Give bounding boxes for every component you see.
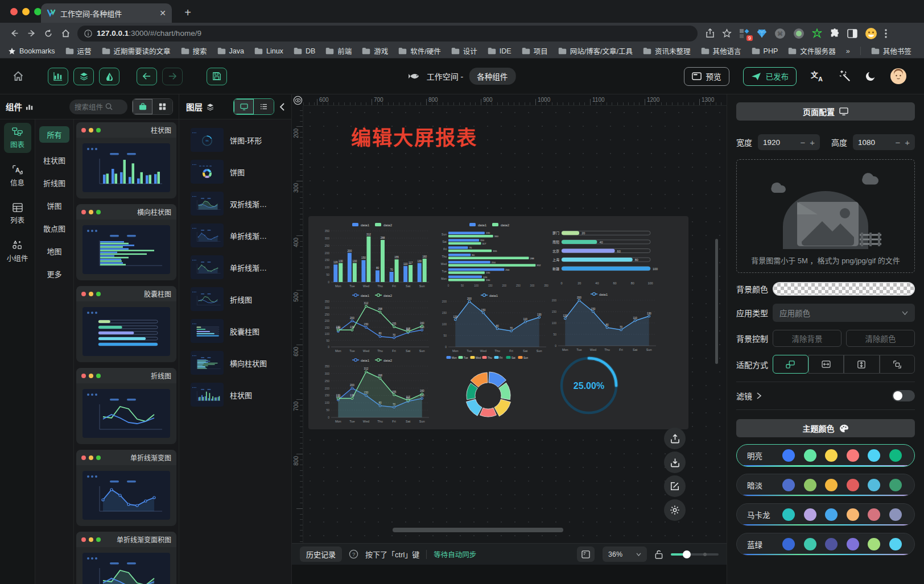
- language-toggle-icon[interactable]: 文A: [810, 70, 825, 82]
- width-stepper[interactable]: 1920 −+: [758, 134, 820, 150]
- address-bar[interactable]: 127.0.0.1:3000/#/chart/home/9: [77, 26, 698, 42]
- undo-button[interactable]: [137, 68, 157, 85]
- publish-button[interactable]: 已发布: [743, 67, 797, 86]
- bookmark-item[interactable]: Java: [217, 45, 244, 56]
- theme-row-明亮[interactable]: 明亮: [736, 444, 915, 467]
- green-dot-extension-icon[interactable]: [793, 28, 805, 39]
- preview-button[interactable]: 预览: [684, 67, 729, 86]
- dark-mode-moon-icon[interactable]: [865, 71, 876, 82]
- fit-scale-button[interactable]: [773, 355, 808, 374]
- browser-menu-icon[interactable]: [885, 29, 887, 38]
- background-upload-dropzone[interactable]: 背景图需小于 5M ，格式为 png/jpg/gif 的文件: [736, 159, 915, 273]
- zoom-slider[interactable]: [671, 553, 719, 556]
- share-icon[interactable]: [706, 28, 715, 38]
- profile-avatar[interactable]: [865, 27, 877, 40]
- layer-item[interactable]: 折线图: [179, 283, 291, 315]
- user-avatar[interactable]: [890, 68, 907, 85]
- width-decrement-button[interactable]: −: [800, 138, 805, 147]
- bookmark-item[interactable]: 资讯未整理: [643, 45, 691, 56]
- layer-item[interactable]: 柱状图: [179, 379, 291, 411]
- sidebar-item-4[interactable]: 小组件: [4, 237, 31, 267]
- component-card[interactable]: 胶囊柱图: [76, 286, 176, 362]
- bookmark-item[interactable]: 前端: [325, 45, 352, 56]
- window-close-button[interactable]: [10, 8, 18, 15]
- bookmark-item[interactable]: 网站/博客/文章/工具: [558, 45, 633, 56]
- other-bookmarks[interactable]: 其他书签: [871, 45, 911, 56]
- theme-row-暗淡[interactable]: 暗淡: [736, 474, 915, 496]
- width-increment-button[interactable]: +: [810, 138, 815, 147]
- browser-reload-icon[interactable]: [40, 25, 57, 42]
- clear-color-button[interactable]: 清除颜色: [846, 330, 915, 347]
- bookmark-item[interactable]: 游戏: [362, 45, 388, 56]
- height-decrement-button[interactable]: −: [895, 138, 900, 147]
- browser-back-icon[interactable]: [6, 25, 23, 42]
- chart-bar-grouped[interactable]: data1data2050100150200250300350MonTueWed…: [317, 221, 432, 290]
- height-stepper[interactable]: 1080 −+: [853, 134, 915, 150]
- command-extension-icon[interactable]: ⌘: [774, 28, 786, 39]
- theme-color-header[interactable]: 主题颜色: [736, 419, 915, 437]
- background-color-swatch[interactable]: [773, 282, 915, 296]
- component-card[interactable]: 单折线渐变图: [76, 450, 176, 526]
- bookmark-star-icon[interactable]: [722, 28, 732, 38]
- bookmark-item[interactable]: 运营: [65, 45, 92, 56]
- download-fab-button[interactable]: [664, 452, 686, 473]
- bookmark-item[interactable]: 软件/硬件: [398, 45, 440, 56]
- bookmark-item[interactable]: 项目: [522, 45, 548, 56]
- ruler-eye-icon[interactable]: [293, 96, 303, 105]
- category-item[interactable]: 更多: [47, 268, 61, 279]
- bookmark-item[interactable]: 文件服务器: [788, 45, 836, 56]
- chart-progress-ring[interactable]: 25.00%: [541, 346, 637, 423]
- window-minimize-button[interactable]: [22, 8, 30, 15]
- theme-row-蓝绿[interactable]: 蓝绿: [736, 533, 915, 556]
- layer-item[interactable]: 单折线渐…: [179, 251, 291, 283]
- chart-area-dual[interactable]: data1data2050100150200250300350MonTueWed…: [317, 356, 432, 425]
- save-button[interactable]: [207, 68, 227, 85]
- height-increment-button[interactable]: +: [905, 138, 910, 147]
- layers-panel-toggle-button[interactable]: [73, 68, 94, 85]
- chart-pie-donut[interactable]: MonTueWedThuFriSatSun: [443, 353, 534, 425]
- theme-row-马卡龙[interactable]: 马卡龙: [736, 503, 915, 526]
- category-item[interactable]: 柱状图: [43, 155, 65, 165]
- category-item[interactable]: 所有: [39, 126, 69, 143]
- project-name-pill[interactable]: 各种组件: [469, 68, 515, 85]
- upload-fab-button[interactable]: [664, 428, 686, 449]
- component-search-input[interactable]: 搜索组件: [69, 100, 127, 114]
- layer-item[interactable]: 双折线渐…: [179, 188, 291, 219]
- layer-thumbnail-view-button[interactable]: [234, 99, 254, 114]
- sidebar-item-1[interactable]: 图表: [4, 123, 31, 153]
- bookmark-item[interactable]: 近期需要读的文章: [102, 45, 171, 56]
- canvas-vertical-scrollbar[interactable]: [715, 239, 718, 364]
- collapse-panel-chevron-icon[interactable]: [279, 103, 284, 111]
- page-config-header[interactable]: 页面配置: [736, 102, 915, 121]
- layer-item[interactable]: 饼图: [179, 156, 291, 188]
- fit-width-button[interactable]: [808, 355, 844, 374]
- component-card[interactable]: 柱状图: [76, 122, 176, 198]
- clear-background-button[interactable]: 清除背景: [773, 330, 842, 347]
- bookmark-item[interactable]: 搜索: [181, 45, 207, 56]
- zoom-select[interactable]: 36%: [603, 546, 647, 562]
- component-box-view-button[interactable]: [133, 99, 152, 114]
- reader-mode-icon[interactable]: [847, 29, 857, 38]
- history-button[interactable]: 历史记录: [300, 546, 342, 562]
- canvas-text-title[interactable]: 编辑大屏报表: [351, 122, 477, 151]
- bookmarks-manager[interactable]: Bookmarks: [8, 47, 55, 55]
- bookmark-item[interactable]: 设计: [451, 45, 477, 56]
- layer-list-view-button[interactable]: [254, 99, 274, 114]
- layer-item[interactable]: 单折线渐…: [179, 219, 291, 251]
- chart-line-single[interactable]: data1050100150200MonTueWedThuFriSatSun12…: [435, 291, 550, 355]
- lock-icon[interactable]: [655, 550, 663, 559]
- sidebar-item-2[interactable]: A信息: [4, 161, 31, 191]
- browser-home-icon[interactable]: [57, 25, 74, 42]
- bookmark-item[interactable]: Linux: [254, 45, 283, 56]
- component-grid-view-button[interactable]: [152, 99, 172, 114]
- filter-toggle[interactable]: [892, 390, 915, 401]
- dashboard-group[interactable]: data1data2050100150200250300350MonTueWed…: [308, 216, 688, 429]
- help-icon[interactable]: ?: [349, 549, 358, 559]
- new-tab-button[interactable]: +: [180, 5, 196, 20]
- chart-bar-horizontal[interactable]: data1data2050100150200250300350Mon120130…: [435, 221, 550, 290]
- category-item[interactable]: 散点图: [43, 223, 65, 234]
- design-canvas[interactable]: 编辑大屏报表 data1data2050100150200250300350Mo…: [303, 106, 727, 543]
- extensions-puzzle-icon[interactable]: [830, 28, 840, 39]
- chart-capsule[interactable]: 厦门20南阳40北京60上海80新疆100020406080100: [544, 224, 658, 288]
- component-card[interactable]: 横向柱状图: [76, 204, 176, 280]
